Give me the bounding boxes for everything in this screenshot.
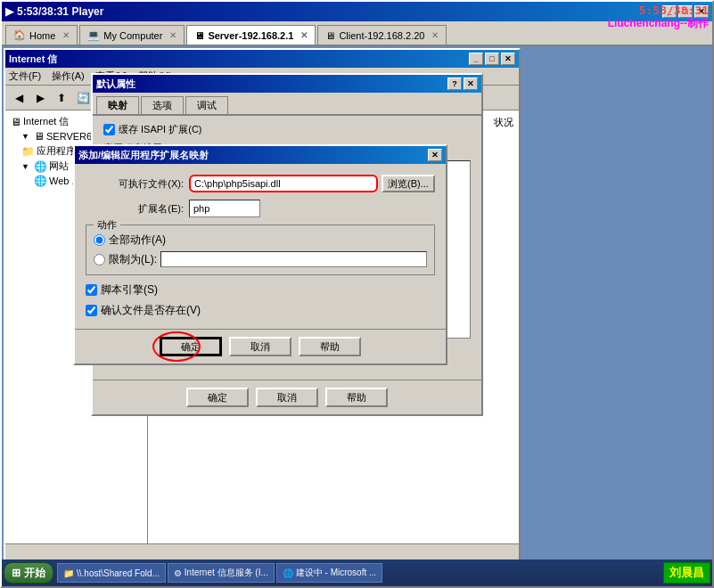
server-icon: 🖥: [194, 30, 204, 41]
cache-isapi-label: 缓存 ISAPI 扩展(C): [119, 123, 202, 136]
iis-title-text: Internet 信: [9, 53, 57, 66]
moren-ok-btn[interactable]: 确定: [186, 388, 249, 407]
cache-isapi-checkbox[interactable]: [103, 124, 115, 135]
radio-all-label: 全部动作(A): [109, 233, 166, 248]
radio-limit[interactable]: [94, 254, 105, 265]
dialog-add-title-text: 添加/编辑应用程序扩展名映射: [78, 149, 209, 162]
add-cancel-btn[interactable]: 取消: [229, 337, 291, 356]
taskbar-item-0-label: \\.host\Shared Fold...: [77, 568, 160, 578]
dialog-add-close[interactable]: ✕: [428, 149, 442, 161]
player-window: ▶ 5:53/38:31 Player _ □ ✕ 5:53/38:31 Liu…: [0, 0, 714, 588]
script-engine-row: 脚本引擎(S): [86, 282, 435, 298]
taskbar-item-1-icon: ⚙: [174, 568, 182, 578]
taskbar-item-2-icon: 🌐: [283, 568, 293, 578]
tab-server-close[interactable]: ✕: [300, 30, 308, 40]
taskbar: ⊞ 开始 📁 \\.host\Shared Fold... ⚙ Internet…: [2, 559, 712, 586]
tab-debug[interactable]: 调试: [185, 96, 228, 114]
radio-all-row: 全部动作(A): [94, 233, 427, 248]
client-icon: 🖥: [325, 30, 335, 41]
moren-help-btn[interactable]: 帮助: [325, 388, 388, 407]
tab-home-label: Home: [29, 30, 55, 41]
menu-file[interactable]: 文件(F): [9, 69, 41, 83]
action-group: 动作 全部动作(A) 限制为(L):: [86, 225, 435, 275]
tab-home-close[interactable]: ✕: [62, 30, 70, 40]
tab-mycomputer[interactable]: 💻 My Computer ✕: [79, 25, 185, 45]
iis-statusbar: [5, 543, 519, 559]
player-titlebar: ▶ 5:53/38:31 Player _ □ ✕: [2, 2, 712, 21]
tree-site-icon: 🌐: [34, 160, 47, 173]
menu-action[interactable]: 操作(A): [52, 69, 85, 83]
checkboxes-area: 脚本引擎(S) 确认文件是否存在(V): [75, 282, 446, 329]
tab-server[interactable]: 🖥 Server-192.168.2.1 ✕: [186, 25, 316, 45]
dialog-moren-tabs: 映射 选项 调试: [93, 93, 481, 116]
tree-web-icon: 🌐: [34, 175, 47, 187]
taskbar-item-0[interactable]: 📁 \\.host\Shared Fold...: [57, 563, 166, 583]
start-button[interactable]: ⊞ 开始: [4, 562, 53, 584]
taskbar-item-1-label: Internet 信息服务 (I...: [185, 567, 268, 579]
iis-minimize[interactable]: _: [469, 53, 483, 65]
moren-cancel-btn[interactable]: 取消: [256, 388, 318, 407]
tab-server-label: Server-192.168.2.1: [208, 30, 293, 41]
player-icon: ▶: [5, 5, 13, 18]
tab-home[interactable]: 🏠 Home ✕: [5, 25, 78, 45]
exe-row: 可执行文件(X): 浏览(B)...: [75, 175, 446, 192]
taskbar-item-1[interactable]: ⚙ Internet 信息服务 (I...: [168, 563, 275, 583]
dialog-moren-title: 默认属性 ? ✕: [93, 75, 481, 93]
dialog-add-footer: 确定 取消 帮助: [75, 329, 446, 363]
tab-mycomputer-close[interactable]: ✕: [169, 30, 176, 40]
start-label: 开始: [24, 566, 45, 581]
radio-limit-row: 限制为(L):: [94, 251, 427, 267]
toolbar-back[interactable]: ◀: [9, 88, 29, 108]
taskbar-item-2-label: 建设中 - Microsoft ...: [296, 567, 377, 579]
radio-all[interactable]: [94, 234, 105, 246]
add-ok-btn[interactable]: 确定: [160, 337, 222, 356]
tree-server-label: SERVER6: [46, 131, 92, 142]
limit-input[interactable]: [160, 251, 427, 267]
iis-maximize[interactable]: □: [485, 53, 499, 65]
tree-app-icon: 📁: [21, 145, 35, 158]
add-help-btn[interactable]: 帮助: [299, 337, 361, 356]
tab-mapping[interactable]: 映射: [96, 96, 139, 114]
tab-client[interactable]: 🖥 Client-192.168.2.20 ✕: [317, 25, 447, 45]
file-exist-row: 确认文件是否存在(V): [86, 303, 435, 318]
home-icon: 🏠: [13, 29, 26, 41]
iis-titlebar: Internet 信 _ □ ✕: [5, 50, 519, 68]
ext-input[interactable]: [189, 200, 260, 217]
script-engine-checkbox[interactable]: [86, 284, 97, 296]
script-engine-label: 脚本引擎(S): [101, 282, 158, 298]
tree-site-label: 网站: [49, 159, 69, 173]
toolbar-up[interactable]: ⬆: [52, 88, 71, 108]
taskbar-item-2[interactable]: 🌐 建设中 - Microsoft ...: [276, 563, 383, 583]
player-title: 5:53/38:31 Player: [17, 5, 103, 18]
ext-label: 扩展名(E):: [86, 202, 184, 216]
titlebar-left: ▶ 5:53/38:31 Player: [5, 5, 103, 18]
exe-label: 可执行文件(X):: [86, 177, 184, 191]
browse-btn[interactable]: 浏览(B)...: [382, 175, 435, 192]
tab-client-close[interactable]: ✕: [431, 30, 439, 40]
iis-title-controls: _ □ ✕: [469, 53, 515, 65]
taskbar-item-0-icon: 📁: [63, 568, 74, 578]
tree-root-icon: 🖥: [11, 116, 21, 128]
main-area: Internet 信 _ □ ✕ 文件(F) 操作(A) 查看(V) 帮助(H)…: [2, 46, 712, 559]
exe-input[interactable]: [189, 175, 378, 192]
toolbar-forward[interactable]: ▶: [30, 88, 50, 108]
tree-root-label: Internet 信: [23, 115, 69, 128]
author-overlay: Liuchenchang--制作: [608, 16, 709, 31]
tree-expand-server: ▼: [21, 132, 32, 141]
dialog-moren-close[interactable]: ✕: [464, 78, 478, 90]
tab-options[interactable]: 选项: [141, 96, 184, 114]
file-exist-checkbox[interactable]: [86, 305, 97, 316]
dialog-moren-title-text: 默认属性: [96, 78, 135, 91]
radio-limit-label: 限制为(L):: [109, 252, 157, 267]
dialog-add: 添加/编辑应用程序扩展名映射 ✕ 可执行文件(X): 浏览(B)... 扩展名(…: [73, 144, 447, 365]
mycomputer-icon: 💻: [87, 29, 100, 41]
dialog-moren-controls: ? ✕: [447, 78, 478, 90]
dialog-moren-help[interactable]: ?: [447, 78, 462, 90]
iis-close[interactable]: ✕: [501, 53, 515, 65]
tab-bar: 🏠 Home ✕ 💻 My Computer ✕ 🖥 Server-192.16…: [2, 21, 712, 46]
toolbar-refresh[interactable]: 🔄: [73, 88, 93, 108]
tab-mycomputer-label: My Computer: [103, 30, 162, 41]
cache-isapi-row: 缓存 ISAPI 扩展(C): [103, 123, 471, 136]
taskbar-items: 📁 \\.host\Shared Fold... ⚙ Internet 信息服务…: [57, 563, 663, 583]
author-badge: 刘晨昌: [663, 562, 710, 584]
